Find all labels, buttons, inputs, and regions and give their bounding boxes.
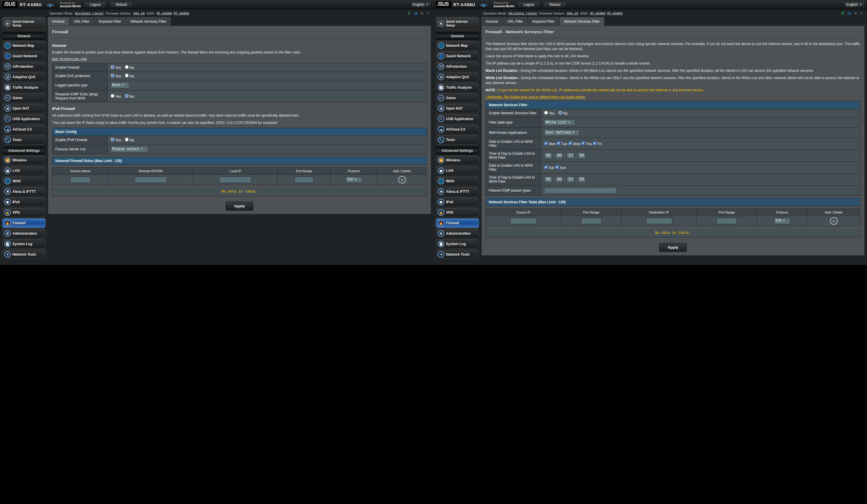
language-select[interactable]: English▼ [844,1,865,8]
logout-button[interactable]: Logout [517,1,540,8]
cb-thu[interactable]: Thu [581,142,592,146]
logged-packets-select[interactable]: None▼ [111,82,129,88]
enable-ipv6fw-no[interactable]: No [125,138,134,142]
sidebar-item-network-tools[interactable]: ✦Network Tools [2,250,45,259]
sidebar-item-administration[interactable]: ⚙Administration [2,229,45,238]
sidebar-item-traffic-analyzer[interactable]: 📈Traffic Analyzer [2,83,45,92]
reboot-button[interactable]: Reboot [543,1,567,8]
sidebar-item-open-nat[interactable]: ⊞Open NAT [436,104,479,113]
dest-ip-input[interactable] [646,218,672,224]
time1-end-m[interactable] [578,152,586,159]
firmware-link[interactable]: 384.19 [133,12,145,15]
logout-button[interactable]: Logout [84,1,107,8]
ssid-link-1[interactable]: RT-AX88U [157,12,172,15]
tab-network-services-filter[interactable]: Network Services Filter [559,17,604,25]
sidebar-item-lan[interactable]: ▦LAN [2,166,45,175]
sidebar-item-game[interactable]: 🎮Game [2,94,45,103]
source-ip-input[interactable] [510,218,537,224]
ssid-link-2[interactable]: RT-AX88U [607,12,623,15]
tab-url-filter[interactable]: URL Filter [503,17,527,25]
tab-keyword-filter[interactable]: Keyword Filter [528,17,559,25]
sidebar-item-adaptive-qos[interactable]: ⇄Adaptive QoS [436,73,479,82]
sidebar-item-system-log[interactable]: 📄System Log [2,239,45,249]
sidebar-item-system-log[interactable]: 📄System Log [436,239,479,249]
time2-end-h[interactable] [567,176,575,183]
cb-wed[interactable]: Wed [568,142,580,146]
ssid-link-1[interactable]: RT-AX88U [590,12,606,15]
sidebar-item-open-nat[interactable]: ⊞Open NAT [2,104,45,113]
apply-button[interactable]: Apply [226,201,253,210]
enable-dos-no[interactable]: No [125,74,134,78]
sidebar-item-aiprotection[interactable]: 🛡AiProtection [2,62,45,71]
sidebar-item-adaptive-qos[interactable]: ⇄Adaptive QoS [2,73,45,82]
sidebar-item-wireless[interactable]: 📶Wireless [436,156,479,165]
cb-tue[interactable]: Tue [557,142,567,146]
protocol-select[interactable]: TCP▼ [774,218,790,224]
icmp-echo-yes[interactable]: Yes [111,95,121,99]
sidebar-item-ipv6[interactable]: ⬢IPv6 [2,197,45,207]
time1-start-h[interactable] [544,152,552,159]
famous-server-select[interactable]: Please select▼ [111,146,148,152]
sidebar-item-guest-network[interactable]: 👤Guest Network [436,52,479,61]
sidebar-item-network-tools[interactable]: ✦Network Tools [436,250,479,259]
sidebar-item-vpn[interactable]: 🔒VPN [2,208,45,217]
sidebar-item-wireless[interactable]: 📶Wireless [2,156,45,165]
cb-fri[interactable]: Fri [593,142,601,146]
reboot-button[interactable]: Reboot [110,1,133,8]
enable-firewall-no[interactable]: No [125,66,134,70]
timezone-reminder-link[interactable]: * Reminder: The System time zone is diff… [485,95,860,99]
sidebar-item-lan[interactable]: ▦LAN [436,166,479,175]
sidebar-item-tools[interactable]: 🔧Tools [436,135,479,144]
add-rule-button[interactable]: ＋ [398,176,406,184]
tab-general[interactable]: General [48,17,69,25]
icmp-echo-no[interactable]: No [125,95,134,99]
protocol-select[interactable]: TCP▼ [345,176,362,183]
sidebar-item-usb-application[interactable]: 🔌USB Application [2,114,45,124]
enable-ipv6fw-yes[interactable]: Yes [111,138,121,142]
local-ip-input[interactable] [219,176,251,183]
sidebar-item-firewall[interactable]: 🔥Firewall [436,218,479,228]
quick-internet-setup-button[interactable]: ⚙ Quick Internet Setup [436,17,479,30]
tab-url-filter[interactable]: URL Filter [69,17,94,25]
dos-faq-link[interactable]: DoS Protection FAQ [52,57,427,61]
apply-button[interactable]: Apply [659,243,687,252]
sidebar-item-administration[interactable]: ⚙Administration [436,229,479,238]
enable-dos-yes[interactable]: Yes [111,74,121,78]
sidebar-item-vpn[interactable]: 🔒VPN [436,208,479,217]
sidebar-item-tools[interactable]: 🔧Tools [2,135,45,144]
cb-sat[interactable]: Sat [544,166,554,170]
firmware-link[interactable]: 384.19 [567,12,578,15]
sidebar-item-aiprotection[interactable]: 🛡AiProtection [436,62,479,71]
sidebar-item-guest-network[interactable]: 👤Guest Network [2,52,45,61]
filtered-icmp-input[interactable] [544,187,617,194]
quick-internet-setup-button[interactable]: ⚙ Quick Internet Setup [2,17,45,30]
time2-end-m[interactable] [578,176,586,183]
sidebar-item-game[interactable]: 🎮Game [436,94,479,103]
sidebar-item-wan[interactable]: 🌐WAN [2,176,45,186]
sidebar-item-aicloud[interactable]: ☁AiCloud 2.0 [2,125,45,134]
enable-nsf-no[interactable]: No [558,111,568,116]
cb-mon[interactable]: Mon [544,142,556,146]
language-select[interactable]: English▼ [410,1,431,8]
sidebar-item-network-map[interactable]: 🌐Network Map [2,41,45,50]
service-name-input[interactable] [70,176,90,183]
time2-start-m[interactable] [555,176,563,183]
port-range-2-input[interactable] [717,218,737,224]
cb-sun[interactable]: Sun [555,166,566,170]
sidebar-item-alexa-ifttt[interactable]: ✱Alexa & IFTTT [2,187,45,196]
tab-keyword-filter[interactable]: Keyword Filter [94,17,126,25]
time1-start-m[interactable] [555,152,563,159]
opmode-link[interactable]: Wireless router [509,12,537,15]
filter-type-select[interactable]: White List▼ [544,119,575,125]
remote-ip-input[interactable] [135,176,167,183]
time2-start-h[interactable] [544,176,552,183]
well-known-apps-select[interactable]: User Defined▼ [544,129,580,136]
sidebar-item-usb-application[interactable]: 🔌USB Application [436,114,479,124]
sidebar-item-aicloud[interactable]: ☁AiCloud 2.0 [436,125,479,134]
sidebar-item-alexa-ifttt[interactable]: ✱Alexa & IFTTT [436,187,479,196]
enable-nsf-yes[interactable]: Yes [544,111,555,116]
time1-end-h[interactable] [567,152,575,159]
sidebar-item-traffic-analyzer[interactable]: 📈Traffic Analyzer [436,83,479,92]
port-range-1-input[interactable] [581,218,601,224]
sidebar-item-ipv6[interactable]: ⬢IPv6 [436,197,479,207]
